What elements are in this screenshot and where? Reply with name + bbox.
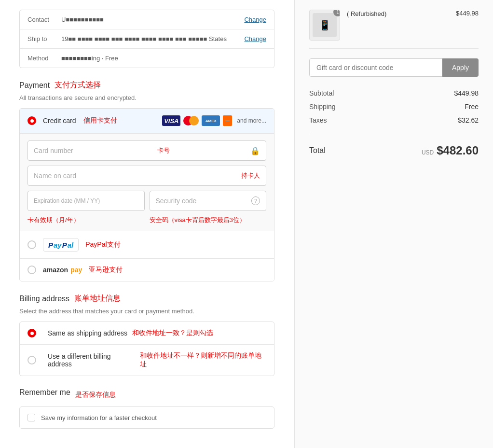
discover-logo: — bbox=[223, 115, 232, 126]
security-placeholder: Security code bbox=[156, 197, 197, 205]
lock-icon: 🔒 bbox=[250, 146, 260, 155]
billing-title-cn: 账单地址信息 bbox=[74, 294, 121, 304]
same-address-radio[interactable] bbox=[27, 329, 36, 337]
method-row: Method ■■■■■■■■ing · Free bbox=[20, 49, 274, 68]
expiration-placeholder: Expiration date (MM / YY) bbox=[34, 197, 100, 204]
subtotal-row: Subtotal $449.98 bbox=[309, 86, 479, 100]
name-placeholder: Name on card bbox=[34, 172, 76, 180]
subtotal-value: $449.98 bbox=[454, 89, 479, 97]
payment-options-box: Credit card 信用卡支付 VISA AMEX — and more..… bbox=[19, 108, 274, 281]
card-logos: VISA AMEX — and more... bbox=[162, 115, 266, 126]
security-field[interactable]: Security code ? bbox=[150, 191, 267, 211]
visa-logo: VISA bbox=[162, 115, 180, 126]
taxes-value: $32.62 bbox=[458, 116, 479, 124]
remember-checkbox-label: Save my information for a faster checkou… bbox=[41, 414, 157, 421]
credit-card-option[interactable]: Credit card 信用卡支付 VISA AMEX — and more..… bbox=[20, 109, 274, 133]
remember-box: Save my information for a faster checkou… bbox=[19, 406, 274, 429]
payment-header: Payment 支付方式选择 bbox=[19, 80, 274, 90]
credit-card-header: Credit card 信用卡支付 VISA AMEX — and more..… bbox=[43, 115, 266, 126]
amazon-pay-option[interactable]: amazon pay 亚马逊支付 bbox=[20, 259, 274, 281]
total-row: Total USD $482.60 bbox=[309, 139, 479, 162]
same-address-label: Same as shipping address bbox=[48, 329, 127, 337]
card-number-row: Card number 卡号 🔒 bbox=[27, 140, 266, 161]
payment-title-cn: 支付方式选择 bbox=[55, 80, 101, 90]
contact-value: U■■■■■■■■■■ bbox=[61, 16, 244, 23]
and-more-text: and more... bbox=[237, 117, 266, 124]
billing-subtitle: Select the address that matches your car… bbox=[19, 308, 274, 315]
different-address-radio[interactable] bbox=[27, 356, 36, 364]
contact-row: Contact U■■■■■■■■■■ Change bbox=[20, 10, 274, 29]
apply-button[interactable]: Apply bbox=[442, 58, 479, 77]
method-label: Method bbox=[27, 55, 61, 62]
security-cn: 安全码（visa卡背后数字最后3位） bbox=[150, 216, 267, 224]
total-right: USD $482.60 bbox=[422, 144, 479, 157]
name-on-card-field[interactable]: Name on card 持卡人 bbox=[27, 166, 266, 186]
product-thumbnail: 1 📱 bbox=[309, 10, 340, 41]
mastercard-logo bbox=[183, 115, 199, 126]
card-fields: Card number 卡号 🔒 Name on card 持卡人 Expira… bbox=[20, 133, 274, 231]
paypal-cn: PayPal支付 bbox=[85, 240, 120, 249]
contact-label: Contact bbox=[27, 16, 61, 23]
shipping-row: Shipping Free bbox=[309, 100, 479, 113]
card-number-field[interactable]: Card number 卡号 🔒 bbox=[27, 140, 266, 161]
shipping-value: Free bbox=[465, 103, 479, 111]
amazon-cn: 亚马逊支付 bbox=[89, 266, 123, 274]
paypal-logo: P ay P al bbox=[43, 238, 79, 252]
ship-to-label: Ship to bbox=[27, 35, 61, 42]
price-divider bbox=[309, 133, 479, 133]
ship-to-row: Ship to 19■■ ■■■■ ■■■■ ■■■ ■■■■ ■■■■ ■■■… bbox=[20, 29, 274, 49]
expiration-field[interactable]: Expiration date (MM / YY) bbox=[27, 191, 145, 211]
method-value: ■■■■■■■■ing · Free bbox=[61, 55, 266, 62]
different-address-label: Use a different billing address bbox=[48, 352, 135, 368]
contact-change-link[interactable]: Change bbox=[244, 16, 266, 23]
total-currency: USD bbox=[422, 149, 434, 156]
total-amount: $482.60 bbox=[437, 144, 479, 157]
amazon-radio[interactable] bbox=[27, 266, 36, 274]
paypal-radio[interactable] bbox=[27, 240, 36, 249]
credit-card-cn: 信用卡支付 bbox=[83, 116, 117, 125]
amazon-logo: amazon pay bbox=[43, 266, 82, 274]
credit-card-radio[interactable] bbox=[27, 116, 36, 125]
paypal-option[interactable]: P ay P al PayPal支付 bbox=[20, 231, 274, 259]
product-summary: 1 📱 ( Refurbished) $449.98 bbox=[309, 10, 479, 49]
product-info: ( Refurbished) bbox=[347, 10, 449, 18]
billing-header: Billing address 账单地址信息 bbox=[19, 294, 274, 304]
gift-card-row: Apply bbox=[309, 58, 479, 77]
card-number-cn: 卡号 bbox=[157, 146, 170, 155]
remember-section: Remember me 是否保存信息 Save my information f… bbox=[19, 388, 274, 429]
ship-change-link[interactable]: Change bbox=[244, 35, 266, 42]
order-info-table: Contact U■■■■■■■■■■ Change Ship to 19■■ … bbox=[19, 10, 274, 68]
product-name: ( Refurbished) bbox=[347, 10, 449, 18]
ship-to-value: 19■■ ■■■■ ■■■■ ■■■ ■■■■ ■■■■ ■■■■ ■■■ ■■… bbox=[61, 35, 244, 42]
gift-card-input[interactable] bbox=[309, 58, 442, 77]
different-address-option[interactable]: Use a different billing address 和收件地址不一样… bbox=[20, 345, 274, 376]
price-breakdown: Subtotal $449.98 Shipping Free Taxes $32… bbox=[309, 86, 479, 162]
same-address-option[interactable]: Same as shipping address 和收件地址一致？是则勾选 bbox=[20, 322, 274, 345]
subtotal-label: Subtotal bbox=[309, 89, 334, 97]
remember-checkbox[interactable] bbox=[27, 414, 35, 421]
shipping-label: Shipping bbox=[309, 103, 336, 111]
remember-title: Remember me bbox=[19, 388, 70, 397]
expiration-cn: 卡有效期（月/年） bbox=[27, 216, 145, 224]
payment-title: Payment bbox=[19, 81, 50, 90]
taxes-row: Taxes $32.62 bbox=[309, 113, 479, 127]
remember-title-cn: 是否保存信息 bbox=[75, 391, 116, 399]
billing-options-box: Same as shipping address 和收件地址一致？是则勾选 Us… bbox=[19, 322, 274, 376]
product-price: $449.98 bbox=[456, 10, 479, 17]
total-label: Total bbox=[309, 146, 326, 155]
name-cn: 持卡人 bbox=[241, 171, 260, 180]
amex-logo: AMEX bbox=[202, 115, 220, 126]
payment-subtitle: All transactions are secure and encrypte… bbox=[19, 94, 274, 101]
checkout-footer: ‹ Return to shipping ← 支付 Pay now bbox=[19, 443, 274, 448]
help-icon[interactable]: ? bbox=[251, 196, 260, 205]
card-number-placeholder: Card number bbox=[34, 147, 73, 154]
same-address-cn: 和收件地址一致？是则勾选 bbox=[132, 329, 213, 337]
expiry-security-row: Expiration date (MM / YY) Security code … bbox=[27, 191, 266, 211]
name-on-card-row: Name on card 持卡人 bbox=[27, 166, 266, 186]
different-address-cn: 和收件地址不一样？则新增不同的账单地址 bbox=[140, 351, 266, 369]
billing-title: Billing address bbox=[19, 294, 69, 303]
credit-card-label: Credit card bbox=[43, 117, 76, 125]
taxes-label: Taxes bbox=[309, 116, 327, 124]
